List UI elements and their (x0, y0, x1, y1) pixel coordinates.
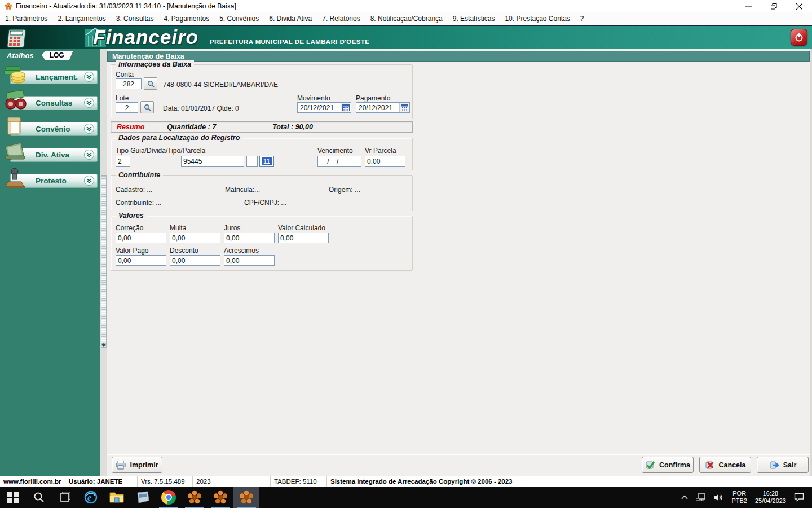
cancel-icon (705, 461, 715, 470)
parcela-selected-value: 11 (262, 157, 272, 165)
movimento-date-field[interactable]: 20/12/2021 (297, 102, 351, 113)
group-informacoes-baixa: Informações da Baixa Conta 748-0800-44 S… (111, 64, 413, 119)
collapse-arrow-icon[interactable] (62, 36, 68, 40)
fiorilli-app-icon (239, 490, 254, 505)
power-button[interactable] (791, 29, 807, 46)
valor-pago-input[interactable] (116, 255, 166, 266)
splitter-arrows-bottom[interactable] (101, 343, 107, 348)
system-tray: POR PTB2 16:28 25/04/2023 (677, 487, 812, 508)
correcao-input[interactable] (116, 233, 166, 243)
fiorilli-app-button-active[interactable] (233, 487, 259, 508)
chrome-button[interactable] (156, 487, 182, 508)
tray-volume-button[interactable] (710, 487, 727, 508)
cancela-button[interactable]: Cancela (699, 457, 751, 473)
internet-explorer-button[interactable]: e (78, 487, 104, 508)
sair-button[interactable]: Sair (757, 457, 809, 473)
parcela-input[interactable]: 11 (259, 156, 274, 167)
menu-convenios[interactable]: 5. Convênios (214, 12, 264, 25)
sidebar-item-lancamento[interactable]: Lançament. (0, 63, 100, 88)
task-view-button[interactable] (52, 487, 78, 508)
menu-parametros[interactable]: 1. Parâmetros (0, 12, 52, 25)
vencimento-input[interactable] (317, 156, 361, 167)
restore-button[interactable] (761, 0, 787, 12)
chevron-down-icon[interactable] (84, 150, 94, 160)
confirma-label: Confirma (659, 461, 690, 469)
conta-input[interactable] (116, 78, 142, 89)
menu-estatisticas[interactable]: 9. Estatísticas (448, 12, 500, 25)
log-badge[interactable]: LOG (42, 51, 73, 60)
group-localizacao-registro: Dados para Localização do Registro Tipo … (111, 138, 413, 170)
calendar-icon[interactable] (399, 103, 409, 112)
multa-input[interactable] (170, 233, 220, 243)
sidebar-splitter[interactable] (100, 49, 107, 476)
form-title: Manutenção de Baixa (107, 51, 810, 62)
desconto-input[interactable] (170, 255, 220, 266)
calculator-icon (6, 28, 33, 49)
sidebar-header: Atalhos (7, 51, 34, 60)
sidebar-item-divida-ativa[interactable]: Div. Ativa (0, 141, 100, 166)
splitter-grip[interactable] (101, 175, 107, 348)
calendar-icon[interactable] (341, 103, 350, 112)
ledger-coins-icon (3, 63, 28, 86)
menu-relatorios[interactable]: 7. Relatórios (317, 12, 365, 25)
search-icon (147, 80, 155, 87)
group-contribuinte: Contribuinte Cadastro: ... Matricula:...… (111, 175, 413, 211)
sidebar-item-convenio[interactable]: Convênio (0, 115, 100, 140)
conta-search-button[interactable] (144, 77, 157, 90)
lote-input[interactable] (116, 102, 138, 113)
chevron-down-icon[interactable] (84, 124, 94, 134)
notification-center-button[interactable] (790, 487, 812, 508)
app-window-button[interactable] (130, 487, 156, 508)
tipo-input[interactable] (116, 156, 130, 167)
group-title: Informações da Baixa (116, 60, 194, 68)
group-valores: Valores Correção Multa Juros Valor Calcu… (111, 216, 413, 271)
confirma-button[interactable]: Confirma (642, 457, 694, 473)
file-explorer-button[interactable] (104, 487, 130, 508)
chevron-down-icon[interactable] (84, 72, 94, 82)
menu-prestacao-contas[interactable]: 10. Prestação Contas (500, 12, 575, 25)
valor-calculado-input[interactable] (278, 233, 329, 243)
lote-description: Data: 01/01/2017 Qtde: 0 (163, 104, 239, 112)
pagamento-label: Pagamento (356, 94, 390, 102)
tray-language-switcher[interactable]: POR PTB2 (727, 487, 751, 508)
group-title: Valores (116, 212, 147, 220)
guia-input[interactable] (181, 156, 244, 167)
lote-search-button[interactable] (140, 101, 154, 113)
minimize-button[interactable] (736, 0, 761, 12)
divida-input[interactable] (246, 156, 258, 167)
menu-divida-ativa[interactable]: 6. Divida Ativa (264, 12, 317, 25)
menu-pagamentos[interactable]: 4. Pagamentos (158, 12, 214, 25)
tray-network-button[interactable] (692, 487, 710, 508)
valor-pago-label: Valor Pago (116, 247, 148, 255)
acrescimos-input[interactable] (224, 255, 275, 266)
correcao-label: Correção (116, 224, 143, 232)
menu-help[interactable]: ? (575, 12, 589, 25)
fiorilli-app-button-1[interactable] (182, 487, 208, 508)
menu-lancamentos[interactable]: 2. Lançamentos (52, 12, 111, 25)
taskbar-search-button[interactable] (26, 487, 52, 508)
pagamento-date-field[interactable]: 20/12/2021 (356, 102, 410, 113)
search-icon (33, 492, 45, 503)
juros-input[interactable] (224, 233, 275, 243)
tray-expand-button[interactable] (677, 487, 692, 508)
tray-clock[interactable]: 16:28 25/04/2023 (751, 487, 790, 508)
conta-label: Conta (116, 71, 134, 78)
resumo-quantidade: Quantidade : 7 (167, 123, 216, 131)
sidebar-item-label: Lançament. (36, 73, 78, 81)
menu-consultas[interactable]: 3. Consultas (111, 12, 159, 25)
chevron-down-icon[interactable] (84, 176, 94, 186)
fiorilli-app-button-2[interactable] (208, 487, 233, 508)
chevron-down-icon[interactable] (84, 98, 94, 108)
vr-parcela-input[interactable] (365, 156, 405, 167)
imprimir-button[interactable]: Imprimir (112, 457, 162, 473)
vr-parcela-label: Vr Parcela (365, 147, 396, 155)
close-button[interactable] (787, 0, 812, 12)
clock-time: 16:28 (763, 490, 779, 497)
sidebar-item-protesto[interactable]: Protesto (0, 167, 100, 192)
status-tabdef: TABDEF: 5110 (271, 476, 327, 487)
cpf-cnpj-value: CPF/CNPJ: ... (244, 199, 286, 207)
sidebar-item-consultas[interactable]: Consultas (0, 89, 100, 114)
juros-label: Juros (224, 224, 240, 232)
start-button[interactable] (0, 487, 26, 508)
menu-notificacao-cobranca[interactable]: 8. Notificação/Cobrança (365, 12, 448, 25)
